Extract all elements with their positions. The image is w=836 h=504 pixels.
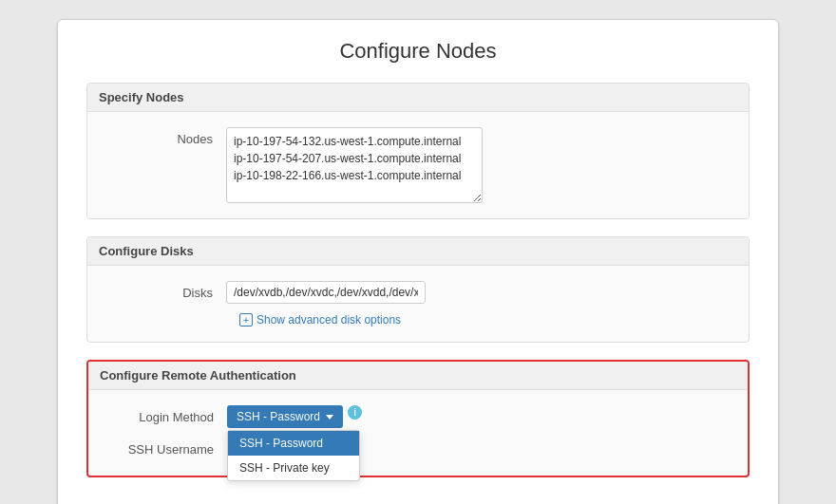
- advanced-link-text: Show advanced disk options: [256, 313, 401, 327]
- main-panel: Configure Nodes Specify Nodes Nodes ip-1…: [57, 19, 779, 504]
- ssh-username-label: SSH Username: [104, 438, 227, 457]
- disks-label: Disks: [103, 281, 226, 300]
- specify-nodes-body: Nodes ip-10-197-54-132.us-west-1.compute…: [87, 112, 749, 218]
- plus-icon: +: [239, 313, 253, 327]
- configure-auth-section: Configure Remote Authentication Login Me…: [86, 360, 750, 477]
- dropdown-caret-icon: [326, 415, 333, 420]
- login-method-dropdown-menu: SSH - Password SSH - Private key: [227, 430, 360, 481]
- login-method-dropdown-wrapper: SSH - Password SSH - Password SSH - Priv…: [227, 405, 343, 428]
- advanced-disk-link[interactable]: + Show advanced disk options: [239, 313, 733, 327]
- disks-row: Disks: [103, 281, 733, 304]
- configure-disks-body: Disks + Show advanced disk options: [87, 266, 749, 342]
- info-icon: i: [348, 405, 362, 420]
- configure-auth-header: Configure Remote Authentication: [88, 362, 748, 390]
- specify-nodes-section: Specify Nodes Nodes ip-10-197-54-132.us-…: [86, 83, 750, 219]
- login-method-dropdown-btn[interactable]: SSH - Password: [227, 405, 343, 428]
- nodes-label: Nodes: [103, 127, 226, 146]
- configure-disks-section: Configure Disks Disks + Show advanced di…: [86, 236, 750, 343]
- specify-nodes-header: Specify Nodes: [87, 84, 749, 112]
- login-method-row: Login Method SSH - Password SSH - Passwo…: [104, 405, 732, 428]
- configure-auth-body: Login Method SSH - Password SSH - Passwo…: [88, 390, 748, 476]
- configure-disks-header: Configure Disks: [87, 237, 749, 266]
- page-wrapper: Configure Nodes Specify Nodes Nodes ip-1…: [0, 0, 836, 504]
- dropdown-item-ssh-password[interactable]: SSH - Password: [228, 431, 359, 456]
- nodes-textarea[interactable]: ip-10-197-54-132.us-west-1.compute.inter…: [226, 127, 483, 203]
- nodes-row: Nodes ip-10-197-54-132.us-west-1.compute…: [103, 127, 733, 203]
- page-title: Configure Nodes: [86, 39, 750, 64]
- dropdown-item-ssh-private-key[interactable]: SSH - Private key: [228, 456, 359, 480]
- ssh-username-row: SSH Username: [104, 438, 732, 460]
- login-method-value: SSH - Password: [237, 410, 320, 423]
- login-method-label: Login Method: [104, 405, 227, 424]
- disks-input[interactable]: [226, 281, 426, 304]
